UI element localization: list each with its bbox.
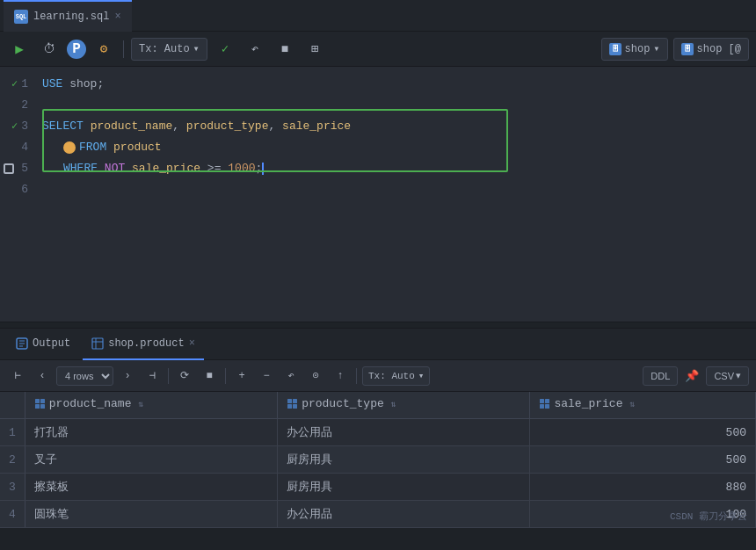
- tx-selector[interactable]: Tx: Auto ▾: [131, 38, 207, 61]
- code-line-5: WHERE NOT sale_price >= 1000 ;: [35, 158, 756, 179]
- db2-icon: 🗄: [681, 43, 694, 55]
- sql-icon: SQL: [14, 10, 28, 24]
- cell-product-type[interactable]: 办公用品: [278, 501, 530, 528]
- cell-product-name[interactable]: 圆珠笔: [25, 501, 277, 528]
- res-divider-2: [225, 368, 226, 384]
- divider-1: [123, 40, 124, 58]
- profile-button[interactable]: P: [67, 40, 86, 59]
- line-2-num: 2: [0, 95, 28, 116]
- history-button[interactable]: ⏱: [37, 37, 62, 62]
- cell-product-type[interactable]: 厨房用具: [278, 474, 530, 501]
- cell-sale-price[interactable]: 500: [530, 446, 756, 474]
- tab-shop-product-label: shop.product: [108, 337, 184, 350]
- table-row[interactable]: 4圆珠笔办公用品100: [0, 501, 756, 528]
- table-row[interactable]: 1打孔器办公用品500: [0, 419, 756, 446]
- ddl-button[interactable]: DDL: [643, 366, 678, 386]
- table-wrapper: product_name ⇅: [0, 392, 756, 528]
- delete-row-button[interactable]: −: [256, 365, 277, 387]
- last-row-button[interactable]: ⊣: [142, 365, 163, 387]
- editor-content[interactable]: USE shop; SELECT product_name , product_…: [35, 67, 756, 322]
- tab-bar: SQL learning.sql ×: [0, 0, 756, 32]
- pin-button[interactable]: 📌: [681, 365, 702, 387]
- col-header-product-name[interactable]: product_name ⇅: [25, 392, 277, 419]
- tab-shop-product[interactable]: shop.product ×: [83, 329, 204, 360]
- table-row[interactable]: 2叉子厨房用具500: [0, 446, 756, 474]
- row-num-cell: 1: [0, 419, 25, 446]
- tab-filename: learning.sql: [33, 11, 109, 23]
- tab-close-button[interactable]: ×: [114, 11, 120, 23]
- line-3-num: ✓ 3: [0, 116, 28, 137]
- tx-arrow: ▾: [193, 42, 200, 55]
- table-header-row: product_name ⇅: [0, 392, 756, 419]
- toolbar-right: 🗄 shop ▾ 🗄 shop [@: [601, 38, 749, 61]
- rows-select[interactable]: 4 rows: [56, 366, 113, 386]
- db1-arrow: ▾: [653, 42, 659, 55]
- db1-icon: 🗄: [609, 43, 622, 55]
- code-line-6: [35, 179, 756, 200]
- sort-arrows-1[interactable]: ⇅: [138, 399, 143, 409]
- row-num-cell: 2: [0, 446, 25, 474]
- res-right: DDL 📌 CSV ▾: [643, 365, 749, 387]
- cell-product-name[interactable]: 打孔器: [25, 419, 277, 446]
- undo-button[interactable]: ↶: [243, 37, 267, 62]
- stop-res-button[interactable]: ■: [199, 365, 220, 387]
- grid-button[interactable]: ⊞: [302, 37, 327, 62]
- watermark: CSDN 霸刀分享云: [670, 510, 747, 523]
- res-divider-3: [356, 368, 357, 384]
- row-num-header: [0, 392, 25, 419]
- svg-rect-8: [287, 399, 292, 403]
- tab-close-result[interactable]: ×: [189, 337, 195, 350]
- main-toolbar: ▶ ⏱ P ⚙ Tx: Auto ▾ ✓ ↶ ■ ⊞ 🗄 shop ▾ 🗄 sh…: [0, 32, 756, 67]
- file-tab[interactable]: SQL learning.sql ×: [4, 0, 132, 32]
- svg-rect-9: [293, 399, 297, 403]
- col-header-product-type[interactable]: product_type ⇅: [278, 392, 530, 419]
- cell-product-type[interactable]: 办公用品: [278, 419, 530, 446]
- cell-product-name[interactable]: 叉子: [25, 446, 277, 474]
- results-tabs: Output shop.product ×: [0, 329, 756, 360]
- next-button[interactable]: ›: [117, 365, 138, 387]
- line-1-num: ✓ 1: [0, 74, 28, 95]
- cell-sale-price[interactable]: 500: [530, 419, 756, 446]
- sort-arrows-2[interactable]: ⇅: [391, 399, 396, 409]
- svg-rect-11: [293, 404, 297, 409]
- add-row-button[interactable]: +: [231, 365, 252, 387]
- db2-label: shop [@: [697, 43, 741, 55]
- upload-button[interactable]: ↑: [330, 365, 351, 387]
- col-header-sale-price[interactable]: sale_price ⇅: [530, 392, 756, 419]
- cell-product-name[interactable]: 擦菜板: [25, 474, 277, 501]
- save-res-button[interactable]: ⊙: [305, 365, 326, 387]
- line-5-num: 5: [0, 158, 28, 179]
- table-icon: [91, 337, 104, 350]
- tab-output[interactable]: Output: [7, 329, 79, 360]
- svg-rect-1: [92, 338, 103, 349]
- row-num-cell: 3: [0, 474, 25, 501]
- prev-button[interactable]: ‹: [32, 365, 53, 387]
- first-row-button[interactable]: ⊢: [7, 365, 28, 387]
- db1-badge[interactable]: 🗄 shop ▾: [601, 38, 668, 61]
- bottom-section: Output shop.product × ⊢ ‹ 4 rows › ⊣ ⟳ ■…: [0, 329, 756, 528]
- csv-button[interactable]: CSV ▾: [706, 366, 749, 386]
- run-button[interactable]: ▶: [7, 37, 32, 62]
- svg-rect-5: [40, 399, 45, 403]
- check-button[interactable]: ✓: [213, 37, 237, 62]
- res-tx-label: Tx: Auto: [368, 371, 415, 381]
- db2-badge[interactable]: 🗄 shop [@: [673, 38, 749, 61]
- table-row[interactable]: 3擦菜板厨房用具880: [0, 474, 756, 501]
- stop-button[interactable]: ■: [273, 37, 297, 62]
- tab-output-label: Output: [33, 337, 70, 350]
- editor-area: ✓ 1 2 ✓ 3 4 5 6 USE shop;: [0, 67, 756, 322]
- line-3-check: ✓: [11, 116, 18, 137]
- sort-arrows-3[interactable]: ⇅: [629, 399, 635, 409]
- data-table: product_name ⇅: [0, 392, 756, 528]
- row-num-cell: 4: [0, 501, 25, 528]
- lock-icon: [4, 163, 14, 174]
- grid-icon-3: [539, 398, 550, 409]
- settings-button[interactable]: ⚙: [91, 37, 116, 62]
- cell-sale-price[interactable]: 880: [530, 474, 756, 501]
- refresh-button[interactable]: ⟳: [174, 365, 195, 387]
- res-tx-selector[interactable]: Tx: Auto ▾: [362, 366, 430, 386]
- svg-rect-12: [540, 399, 544, 403]
- cell-product-type[interactable]: 厨房用具: [278, 446, 530, 474]
- revert-button[interactable]: ↶: [280, 365, 302, 387]
- res-divider-1: [168, 368, 169, 384]
